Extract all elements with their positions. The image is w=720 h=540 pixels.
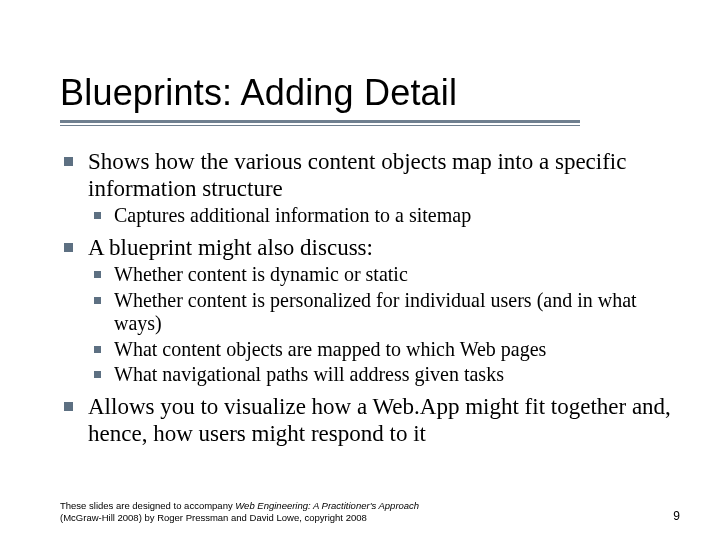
sub-bullet-list: Whether content is dynamic or static Whe… [88, 263, 680, 387]
slide: Blueprints: Adding Detail Shows how the … [0, 0, 720, 540]
sub-bullet-list: Captures additional information to a sit… [88, 204, 680, 228]
sub-bullet-text: What navigational paths will address giv… [114, 363, 504, 385]
rule-thick [60, 120, 580, 123]
sub-bullet-text: Whether content is personalized for indi… [114, 289, 637, 335]
footer-text-2: (McGraw-Hill 2008) by Roger Pressman and… [60, 512, 367, 523]
bullet-list: Shows how the various content objects ma… [60, 148, 680, 447]
sub-bullet-item: What content objects are mapped to which… [88, 338, 680, 362]
title-block: Blueprints: Adding Detail [60, 72, 680, 126]
bullet-text: A blueprint might also discuss: [88, 235, 373, 260]
footer: These slides are designed to accompany W… [60, 500, 680, 524]
sub-bullet-text: What content objects are mapped to which… [114, 338, 546, 360]
footer-text-1b: Web Engineering: A Practitioner's Approa… [235, 500, 419, 511]
slide-body: Shows how the various content objects ma… [60, 148, 680, 447]
bullet-text: Allows you to visualize how a Web.App mi… [88, 394, 671, 446]
sub-bullet-text: Whether content is dynamic or static [114, 263, 408, 285]
bullet-item: A blueprint might also discuss: Whether … [60, 234, 680, 387]
page-number: 9 [673, 509, 680, 524]
sub-bullet-item: Whether content is dynamic or static [88, 263, 680, 287]
bullet-text: Shows how the various content objects ma… [88, 149, 626, 201]
title-underline [60, 120, 680, 126]
footer-text-1a: These slides are designed to accompany [60, 500, 235, 511]
sub-bullet-item: What navigational paths will address giv… [88, 363, 680, 387]
slide-title: Blueprints: Adding Detail [60, 72, 680, 114]
rule-thin [60, 125, 580, 126]
bullet-item: Allows you to visualize how a Web.App mi… [60, 393, 680, 447]
sub-bullet-item: Captures additional information to a sit… [88, 204, 680, 228]
sub-bullet-text: Captures additional information to a sit… [114, 204, 471, 226]
sub-bullet-item: Whether content is personalized for indi… [88, 289, 680, 336]
bullet-item: Shows how the various content objects ma… [60, 148, 680, 228]
